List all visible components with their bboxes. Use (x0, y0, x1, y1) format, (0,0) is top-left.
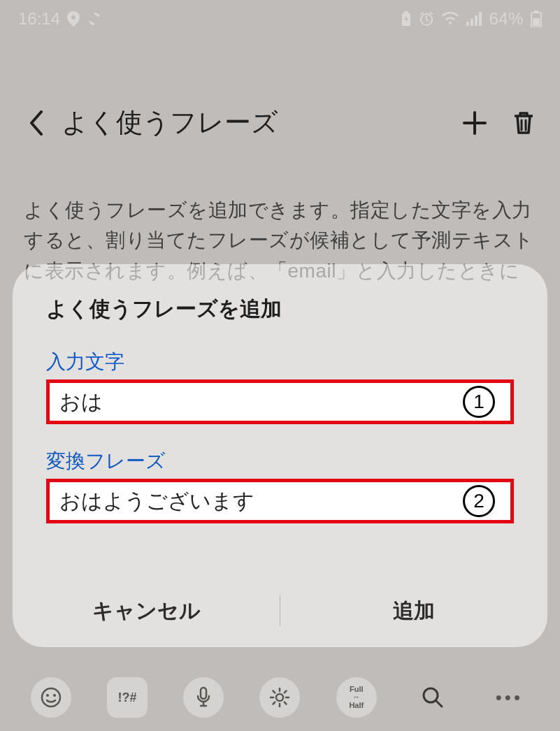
emoji-icon (40, 686, 62, 709)
add-phrase-dialog: よく使うフレーズを追加 入力文字 おは 1 変換フレーズ おはようございます 2… (13, 264, 547, 647)
back-button[interactable] (24, 110, 49, 136)
full-half-icon: Full↔Half (349, 686, 364, 710)
full-half-width-button[interactable]: Full↔Half (336, 677, 377, 718)
shortcut-label: 入力文字 (46, 349, 514, 375)
symbols-button[interactable]: !?# (107, 677, 148, 718)
shortcut-input-value: おは (59, 388, 103, 417)
microphone-icon (195, 686, 212, 709)
svg-point-12 (46, 694, 49, 697)
search-icon (421, 686, 445, 709)
dialog-title: よく使うフレーズを追加 (13, 295, 547, 349)
keyboard-toolbar: !?# Full↔Half ••• (0, 664, 560, 731)
search-button[interactable] (412, 677, 453, 718)
cancel-button[interactable]: キャンセル (13, 574, 280, 647)
delete-button[interactable] (511, 110, 536, 136)
callout-2: 2 (463, 485, 495, 517)
add-button[interactable] (462, 110, 487, 136)
svg-point-13 (53, 694, 56, 697)
phrase-label: 変換フレーズ (46, 448, 514, 475)
svg-point-11 (42, 688, 60, 707)
callout-1: 1 (463, 386, 495, 418)
confirm-button[interactable]: 追加 (280, 574, 547, 647)
phrase-input-value: おはようございます (59, 487, 254, 516)
svg-point-15 (276, 694, 283, 701)
phrase-input[interactable]: おはようございます 2 (46, 479, 514, 523)
more-button[interactable]: ••• (489, 687, 529, 709)
shortcut-input[interactable]: おは 1 (46, 379, 514, 424)
page-title: よく使うフレーズ (62, 105, 450, 140)
symbols-icon: !?# (117, 690, 136, 705)
svg-rect-14 (201, 688, 206, 699)
emoji-button[interactable] (31, 677, 71, 718)
keyboard-settings-button[interactable] (259, 677, 300, 718)
gear-icon (268, 686, 291, 709)
more-icon: ••• (496, 687, 523, 709)
voice-input-button[interactable] (183, 677, 224, 718)
